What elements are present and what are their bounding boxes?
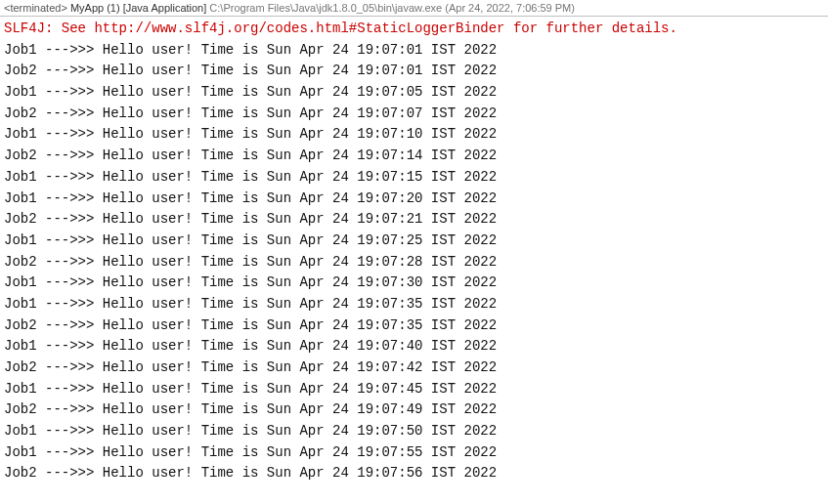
log-line: Job2 --->>> Hello user! Time is Sun Apr … bbox=[4, 399, 824, 421]
log-line: Job2 --->>> Hello user! Time is Sun Apr … bbox=[4, 315, 824, 337]
slf4j-warning-line: SLF4J: See http://www.slf4j.org/codes.ht… bbox=[4, 19, 824, 40]
log-line: Job2 --->>> Hello user! Time is Sun Apr … bbox=[4, 463, 824, 484]
log-line: Job1 --->>> Hello user! Time is Sun Apr … bbox=[4, 421, 824, 442]
log-line: Job1 --->>> Hello user! Time is Sun Apr … bbox=[4, 231, 824, 252]
log-line: Job1 --->>> Hello user! Time is Sun Apr … bbox=[4, 442, 824, 464]
log-line: Job2 --->>> Hello user! Time is Sun Apr … bbox=[4, 146, 824, 167]
log-line: Job1 --->>> Hello user! Time is Sun Apr … bbox=[4, 189, 824, 210]
log-line: Job2 --->>> Hello user! Time is Sun Apr … bbox=[4, 104, 824, 125]
log-line: Job1 --->>> Hello user! Time is Sun Apr … bbox=[4, 124, 824, 146]
log-line: Job1 --->>> Hello user! Time is Sun Apr … bbox=[4, 82, 824, 104]
log-lines-container: Job1 --->>> Hello user! Time is Sun Apr … bbox=[4, 40, 824, 484]
log-line: Job1 --->>> Hello user! Time is Sun Apr … bbox=[4, 40, 824, 62]
app-name-label: MyApp (1) [Java Application] bbox=[70, 2, 206, 14]
log-line: Job1 --->>> Hello user! Time is Sun Apr … bbox=[4, 167, 824, 189]
log-line: Job2 --->>> Hello user! Time is Sun Apr … bbox=[4, 357, 824, 379]
log-line: Job2 --->>> Hello user! Time is Sun Apr … bbox=[4, 252, 824, 273]
log-line: Job1 --->>> Hello user! Time is Sun Apr … bbox=[4, 273, 824, 294]
log-line: Job2 --->>> Hello user! Time is Sun Apr … bbox=[4, 209, 824, 231]
console-output[interactable]: SLF4J: See http://www.slf4j.org/codes.ht… bbox=[0, 17, 828, 486]
terminated-label: <terminated> bbox=[4, 2, 67, 14]
log-line: Job1 --->>> Hello user! Time is Sun Apr … bbox=[4, 379, 824, 400]
console-header: <terminated> MyApp (1) [Java Application… bbox=[0, 0, 828, 17]
log-line: Job1 --->>> Hello user! Time is Sun Apr … bbox=[4, 294, 824, 315]
executable-path-label: C:\Program Files\Java\jdk1.8.0_05\bin\ja… bbox=[209, 2, 575, 14]
log-line: Job1 --->>> Hello user! Time is Sun Apr … bbox=[4, 336, 824, 357]
log-line: Job2 --->>> Hello user! Time is Sun Apr … bbox=[4, 61, 824, 82]
